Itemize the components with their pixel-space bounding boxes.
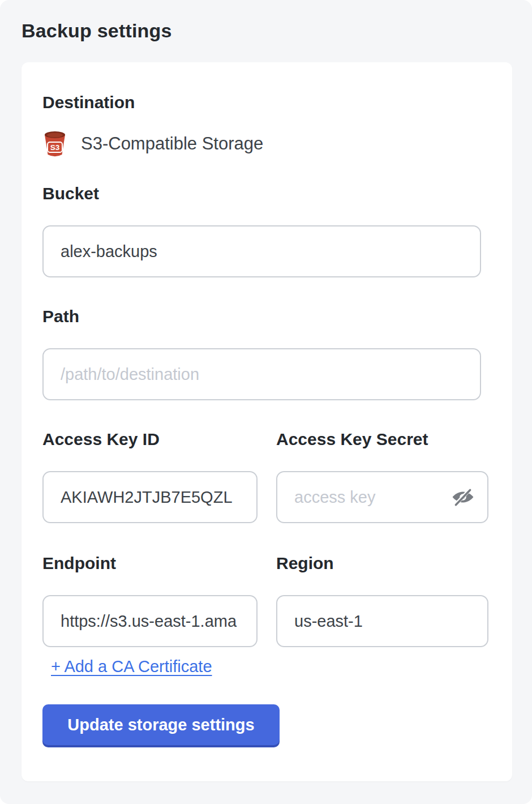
s3-bucket-icon: S3 [42,130,67,158]
access-key-id-input[interactable] [42,471,258,523]
endpoint-input[interactable] [42,595,258,647]
destination-label: Destination [42,93,491,112]
destination-value-row: S3 S3-Compatible Storage [42,130,491,158]
svg-text:S3: S3 [50,143,60,152]
path-label: Path [42,307,491,326]
access-key-secret-input-wrap [276,471,488,523]
add-ca-certificate-link[interactable]: + Add a CA Certificate [51,657,212,676]
endpoint-region-row: Endpoint Region [42,554,491,647]
endpoint-field: Endpoint [42,554,258,647]
access-key-secret-label: Access Key Secret [276,430,488,448]
endpoint-label: Endpoint [42,554,258,572]
page-title: Backup settings [22,20,510,42]
bucket-input[interactable] [42,225,481,277]
access-keys-row: Access Key ID Access Key Secret [42,430,491,523]
region-field: Region [276,554,488,647]
destination-value: S3-Compatible Storage [81,134,263,154]
region-input[interactable] [276,595,488,647]
region-label: Region [276,554,488,572]
bucket-label: Bucket [42,184,491,203]
access-key-id-field: Access Key ID [42,430,258,523]
update-storage-settings-button[interactable]: Update storage settings [42,704,280,745]
storage-settings-card: Destination S3 S3-Compatible Storage Buc… [22,62,512,781]
backup-settings-screen: Backup settings Destination S3 S3-Compat… [0,0,532,804]
toggle-secret-visibility-button[interactable] [451,485,475,509]
visibility-off-icon [451,485,475,509]
access-key-secret-field: Access Key Secret [276,430,488,523]
path-input[interactable] [42,348,481,400]
access-key-id-label: Access Key ID [42,430,258,448]
